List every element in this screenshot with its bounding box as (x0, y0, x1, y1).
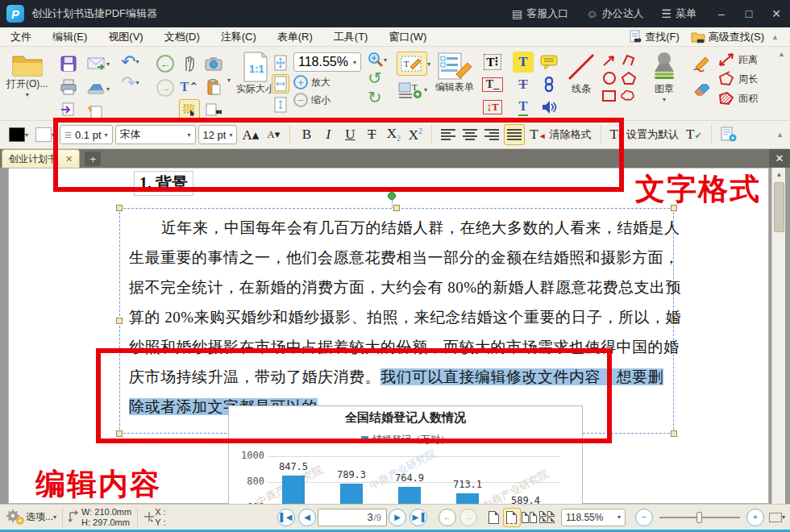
undo-dropdown-icon[interactable]: ▾ (135, 58, 139, 65)
marquee-zoom-icon[interactable] (368, 52, 384, 68)
menu-item[interactable]: 工具(T) (323, 30, 379, 44)
menu-item[interactable]: 窗口(W) (378, 30, 437, 44)
ellipse-tool-icon[interactable] (601, 71, 617, 85)
next-view-nav-button[interactable]: → (459, 509, 477, 526)
menu-item[interactable]: 注释(C) (210, 30, 267, 44)
snapshot-button[interactable] (203, 53, 224, 74)
next-view-button[interactable]: → (155, 77, 176, 98)
first-page-button[interactable]: ▌◀ (277, 509, 295, 526)
zoom-out-slider-button[interactable]: − (635, 509, 653, 526)
scan-dropdown-icon[interactable]: ▾ (106, 85, 110, 93)
minimize-button[interactable]: – (708, 0, 735, 27)
rotate-cw-icon[interactable]: ↻ (368, 88, 382, 107)
highlight-text-button[interactable]: T (513, 52, 534, 73)
menu-item[interactable]: 文件 (0, 30, 42, 44)
resize-handle-w[interactable] (116, 318, 123, 324)
fit-page-button[interactable] (272, 53, 289, 73)
advanced-find-button[interactable]: 高级查找(S) (687, 30, 768, 44)
stamp-dropdown-icon[interactable]: ▾ (663, 96, 666, 103)
collapse-toolbar-icon[interactable]: ▲ (771, 33, 779, 41)
arrow-tool-icon[interactable] (601, 53, 617, 68)
zoom-slider-thumb[interactable] (696, 512, 702, 523)
options-button[interactable]: 选项... (26, 510, 53, 524)
edit-content-dropdown-icon[interactable]: ▾ (427, 60, 430, 68)
previous-page-button[interactable]: ◀ (298, 509, 316, 526)
last-page-button[interactable]: ▶▐ (410, 509, 427, 526)
strikethrough-text-button[interactable]: T (513, 74, 534, 95)
previous-view-button[interactable]: ← (155, 53, 176, 74)
select-text-button[interactable]: T⌃ (179, 77, 200, 98)
rectangle-tool-icon[interactable] (601, 89, 617, 103)
scroll-up-icon[interactable]: ▲ (772, 168, 786, 181)
text-callout-tool-button[interactable]: ↨T (482, 97, 503, 118)
add-text-dropdown-icon[interactable]: ▾ (424, 86, 427, 94)
open-dropdown-icon[interactable]: ▾ (26, 91, 29, 98)
resize-handle-nw[interactable] (116, 205, 123, 211)
scrollbar-thumb[interactable] (774, 182, 784, 232)
maximize-button[interactable]: □ (735, 0, 763, 27)
eraser-tool-button[interactable] (692, 79, 713, 100)
app-menu-button[interactable]: ☰ 菜单 (655, 6, 703, 21)
redo-dropdown-icon[interactable]: ▾ (135, 79, 139, 86)
find-button[interactable]: 查找(F) (625, 30, 684, 44)
measure-area-button[interactable]: 面积 (717, 90, 758, 106)
previous-view-nav-button[interactable]: ← (439, 509, 456, 526)
zoom-in-button[interactable]: + 放大 (293, 75, 361, 89)
customer-service-button[interactable]: ▤ 客服入口 (505, 6, 575, 21)
edit-form-button[interactable]: 编辑表单 (435, 52, 474, 94)
next-page-button[interactable]: ▶ (389, 509, 406, 526)
menu-item[interactable]: 编辑(E) (42, 30, 98, 44)
rotate-handle[interactable] (388, 192, 396, 200)
collapse-formatbar-icon[interactable]: ▲ (776, 131, 784, 139)
zoom-level-select[interactable]: 118.55%▾ (293, 52, 361, 72)
zoom-out-button[interactable]: − 缩小 (293, 93, 361, 107)
hand-tool-button[interactable] (179, 53, 200, 74)
actual-size-button[interactable]: 1:1 实际大小 (236, 52, 275, 96)
resize-handle-se[interactable] (671, 430, 677, 437)
menu-item[interactable]: 文档(D) (154, 30, 210, 44)
email-button[interactable] (85, 53, 106, 74)
collapse-ribbon-icon[interactable]: ▲ (778, 50, 785, 58)
fit-mode-dropdown-icon[interactable]: ▾ (782, 513, 785, 521)
office-expert-button[interactable]: ☺ 办公达人 (580, 6, 650, 21)
open-button[interactable]: 打开(O)... ▾ (6, 52, 48, 98)
close-button[interactable]: ✕ (763, 0, 790, 27)
status-zoom-select[interactable]: 118.55%▾ (561, 509, 626, 526)
stroke-color-picker[interactable]: ▾ (6, 124, 31, 145)
continuous-view-button[interactable] (503, 508, 521, 527)
clipboard-button[interactable] (203, 77, 224, 98)
page-number-input[interactable]: 3 /9 (318, 509, 387, 526)
single-page-view-button[interactable] (485, 508, 503, 527)
fit-width-button[interactable] (272, 74, 289, 94)
apply-all-button[interactable]: T✔ (684, 124, 705, 145)
two-page-continuous-button[interactable] (538, 508, 556, 527)
fit-visible-button[interactable] (272, 95, 289, 114)
save-button[interactable] (58, 53, 79, 74)
undo-icon[interactable]: ↶ (121, 52, 135, 72)
link-button[interactable] (538, 74, 559, 95)
text-box-tool-button[interactable]: T_ (482, 74, 503, 95)
marquee-zoom-dropdown-icon[interactable]: ▾ (384, 56, 387, 64)
rotate-ccw-icon[interactable]: ↺ (368, 69, 387, 88)
fit-mode-icon[interactable] (769, 513, 782, 522)
print-button[interactable] (58, 77, 79, 98)
email-dropdown-icon[interactable]: ▾ (106, 60, 110, 68)
comment-button[interactable] (538, 52, 559, 73)
underline-text-button[interactable]: T (513, 97, 534, 118)
text-properties-button[interactable] (718, 124, 739, 145)
vertical-scrollbar[interactable]: ▲ (771, 168, 785, 504)
menu-item[interactable]: 表单(R) (267, 30, 323, 44)
pencil-tool-button[interactable] (692, 53, 713, 74)
cloud-tool-icon[interactable] (621, 89, 637, 103)
polygon-line-tool-icon[interactable] (621, 53, 637, 68)
zoom-slider[interactable] (659, 517, 740, 518)
sound-button[interactable] (538, 97, 559, 118)
menu-item[interactable]: 视图(V) (98, 30, 153, 44)
line-tool-button[interactable]: 线条 (566, 52, 597, 96)
redo-icon[interactable]: ↷ (121, 73, 135, 93)
stamp-button[interactable]: 图章 ▾ (648, 52, 680, 103)
measure-perimeter-button[interactable]: 周长 (717, 71, 758, 87)
resize-handle-n[interactable] (393, 205, 400, 211)
text-field-tool-button[interactable]: T⁝ (482, 52, 503, 73)
close-document-button[interactable]: ✕ (769, 149, 790, 168)
